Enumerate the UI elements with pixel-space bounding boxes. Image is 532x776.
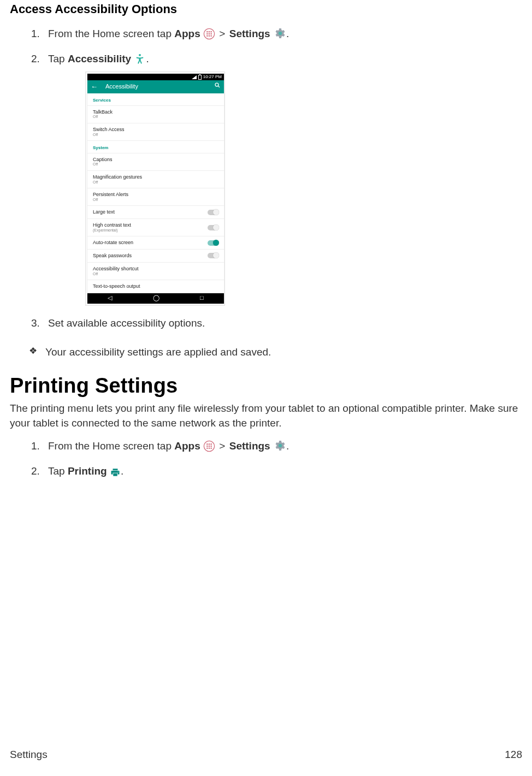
- app-bar: ← Accessibility: [87, 80, 224, 93]
- svg-point-18: [206, 446, 208, 447]
- svg-point-4: [206, 33, 208, 35]
- settings-label: Settings: [229, 28, 270, 39]
- svg-point-17: [210, 443, 212, 445]
- svg-rect-25: [113, 473, 117, 476]
- row-speak-passwords: Speak passwords: [87, 250, 224, 263]
- svg-point-5: [209, 33, 210, 35]
- battery-icon: [198, 75, 202, 80]
- separator-gt: >: [218, 439, 226, 454]
- svg-point-23: [210, 447, 212, 449]
- settings-gear-icon: [273, 27, 286, 40]
- nav-back-icon: ◁: [108, 294, 112, 303]
- result-text: Your accessibility settings are applied …: [45, 346, 271, 358]
- screenshot-accessibility-settings: 10:27 PM ← Accessibility Services TalkBa…: [85, 72, 225, 306]
- step-item: From the Home screen tap Apps > Settings…: [43, 439, 522, 454]
- row-high-contrast: High contrast text(Experimental): [87, 219, 224, 236]
- row-persistent-alerts: Persistent AlertsOff: [87, 188, 224, 206]
- nav-recents-icon: □: [200, 294, 204, 303]
- svg-point-26: [117, 471, 119, 472]
- svg-point-8: [209, 35, 210, 37]
- svg-line-13: [218, 86, 220, 88]
- step-text: Set available accessibility options.: [48, 317, 205, 329]
- heading-printing-settings: Printing Settings: [10, 374, 522, 398]
- row-title: Auto-rotate screen: [93, 240, 208, 246]
- row-title: TalkBack: [93, 109, 218, 115]
- step-text: From the Home screen tap: [48, 28, 174, 39]
- apps-label: Apps: [174, 28, 200, 39]
- printing-description: The printing menu lets you print any fil…: [10, 401, 522, 431]
- heading-access-accessibility: Access Accessibility Options: [10, 2, 522, 16]
- search-icon: [214, 82, 221, 91]
- app-bar-title: Accessibility: [105, 82, 138, 91]
- steps-list-printing: From the Home screen tap Apps > Settings…: [10, 439, 522, 478]
- row-title: Speak passwords: [93, 253, 208, 259]
- svg-point-19: [209, 446, 210, 447]
- step-item: Tap Accessibility . 10:27 PM ← Accessibi…: [43, 51, 522, 306]
- svg-point-22: [209, 447, 210, 449]
- row-title: Switch Access: [93, 127, 218, 133]
- settings-gear-icon: [273, 439, 286, 452]
- svg-point-11: [139, 54, 141, 56]
- row-sub: Off: [93, 272, 218, 276]
- footer-page-number: 128: [505, 749, 522, 761]
- row-magnification: Magnification gesturesOff: [87, 171, 224, 188]
- accessibility-label: Accessibility: [68, 53, 131, 64]
- apps-icon: [203, 440, 215, 452]
- back-arrow-icon: ←: [91, 82, 98, 92]
- status-bar: 10:27 PM: [87, 74, 224, 80]
- footer-section: Settings: [10, 749, 48, 761]
- status-time: 10:27 PM: [203, 74, 222, 80]
- svg-point-9: [210, 35, 212, 37]
- step-suffix: .: [286, 440, 289, 452]
- svg-point-24: [279, 444, 282, 447]
- switch-on-icon: [208, 240, 218, 246]
- apps-icon: [203, 28, 215, 40]
- step-item: Tap Printing .: [43, 464, 522, 479]
- svg-point-3: [210, 31, 212, 33]
- svg-point-15: [206, 443, 208, 445]
- step-text: Tap: [48, 53, 68, 64]
- row-large-text: Large text: [87, 206, 224, 219]
- row-title: Accessibility shortcut: [93, 266, 218, 272]
- category-system: System: [87, 141, 224, 153]
- apps-label: Apps: [174, 440, 200, 452]
- row-sub: Off: [93, 133, 218, 137]
- category-services: Services: [87, 93, 224, 106]
- row-title: High contrast text: [93, 222, 208, 228]
- page-footer: Settings 128: [10, 749, 522, 761]
- step-suffix: .: [121, 465, 123, 477]
- row-sub: Off: [93, 198, 218, 202]
- svg-point-20: [210, 446, 212, 447]
- printing-label: Printing: [68, 465, 107, 477]
- steps-list-accessibility: From the Home screen tap Apps > Settings…: [10, 26, 522, 330]
- signal-icon: [192, 75, 197, 79]
- separator-gt: >: [218, 26, 226, 42]
- svg-point-16: [209, 443, 210, 445]
- svg-point-12: [215, 83, 218, 86]
- printer-icon: [110, 467, 121, 477]
- accessibility-person-icon: [134, 53, 146, 65]
- row-auto-rotate: Auto-rotate screen: [87, 236, 224, 250]
- svg-point-2: [209, 31, 210, 33]
- row-tts: Text-to-speech output: [87, 280, 224, 293]
- result-item: Your accessibility settings are applied …: [29, 345, 522, 360]
- row-accessibility-shortcut: Accessibility shortcutOff: [87, 263, 224, 280]
- row-title: Magnification gestures: [93, 174, 218, 180]
- svg-point-10: [279, 32, 282, 35]
- row-sub: Off: [93, 180, 218, 185]
- row-title: Captions: [93, 157, 218, 163]
- nav-home-icon: ◯: [153, 294, 159, 303]
- step-item: From the Home screen tap Apps > Settings…: [43, 26, 522, 42]
- step-item: Set available accessibility options.: [43, 316, 522, 331]
- row-sub: Off: [93, 162, 218, 167]
- switch-off-icon: [208, 253, 218, 258]
- svg-point-21: [206, 447, 208, 449]
- row-sub: (Experimental): [93, 228, 208, 233]
- row-talkback: TalkBackOff: [87, 106, 224, 123]
- row-switch-access: Switch AccessOff: [87, 123, 224, 141]
- switch-off-icon: [208, 210, 218, 215]
- svg-point-6: [210, 33, 212, 35]
- step-suffix: .: [286, 28, 289, 39]
- step-suffix: .: [146, 53, 149, 64]
- row-title: Text-to-speech output: [93, 283, 218, 289]
